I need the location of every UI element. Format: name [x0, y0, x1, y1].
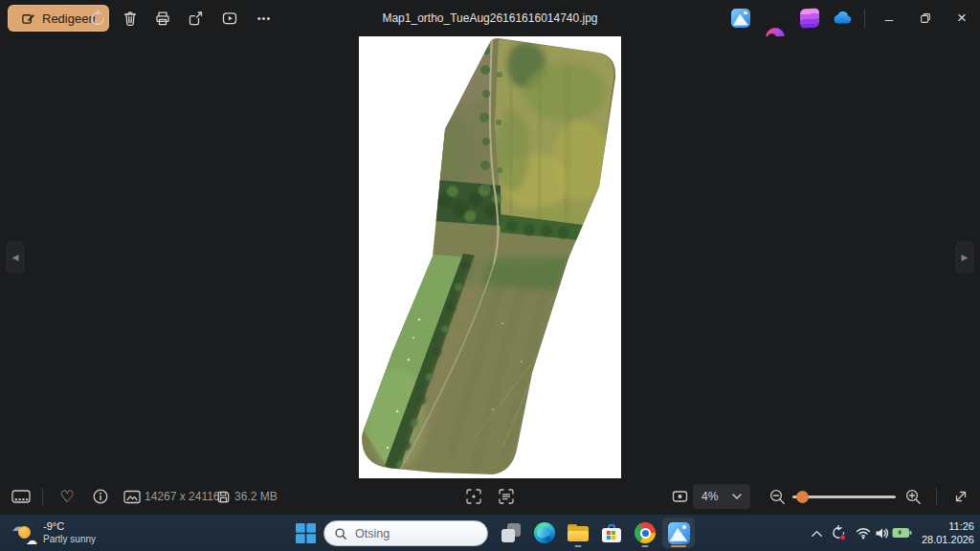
see-more-button[interactable]: •••	[249, 4, 279, 33]
file-explorer-icon	[568, 524, 589, 541]
image-dimensions-icon	[121, 483, 144, 510]
running-indicator	[642, 545, 649, 548]
image-dimensions-value: 14267 x 24116	[145, 490, 220, 503]
titlebar-divider	[864, 9, 865, 28]
print-icon	[154, 10, 171, 27]
fullscreen-icon	[952, 488, 969, 505]
weather-widget[interactable]: ☁ ☁ -9°C Partly sunny	[8, 518, 100, 548]
update-notification-button[interactable]	[827, 520, 850, 545]
photo-image[interactable]	[359, 36, 621, 478]
file-size-icon	[212, 483, 234, 510]
fit-to-window-icon	[671, 488, 689, 505]
battery-icon	[892, 527, 912, 539]
task-view-button[interactable]	[496, 518, 526, 548]
zoom-out-button[interactable]	[764, 483, 791, 510]
see-more-icon: •••	[257, 12, 272, 24]
wifi-button[interactable]	[853, 520, 874, 545]
share-button[interactable]	[180, 4, 211, 33]
microsoft-store-icon	[602, 524, 621, 542]
file-explorer-button[interactable]	[563, 518, 593, 548]
filmstrip-toggle-button[interactable]	[8, 483, 34, 510]
edit-image-icon	[21, 11, 35, 26]
visual-search-icon	[465, 488, 482, 505]
chevron-up-icon	[811, 528, 823, 539]
chevron-down-icon	[732, 493, 742, 500]
zoom-in-button[interactable]	[900, 483, 926, 510]
fullscreen-button[interactable]	[947, 483, 974, 510]
share-icon	[187, 10, 204, 27]
previous-image-button[interactable]: ◀	[6, 241, 25, 274]
update-notification-icon	[831, 525, 847, 541]
task-view-icon	[501, 522, 522, 543]
zoom-level-value: 4%	[702, 490, 718, 503]
fit-to-window-button[interactable]	[666, 483, 693, 510]
chrome-button[interactable]	[630, 518, 660, 548]
clipchamp-icon[interactable]	[800, 8, 819, 28]
delete-icon	[122, 10, 139, 27]
delete-button[interactable]	[115, 4, 145, 33]
running-indicator	[575, 545, 582, 548]
rotate-button[interactable]	[82, 4, 113, 33]
cloud-front-glyph: ☁	[26, 534, 37, 547]
next-image-button[interactable]: ▶	[955, 241, 974, 274]
onedrive-icon[interactable]	[832, 11, 851, 30]
clock-widget[interactable]: 11:26 28.01.2026	[922, 519, 974, 546]
zoom-slider-thumb[interactable]	[796, 491, 809, 503]
zoom-in-icon	[904, 488, 923, 506]
clock-time: 11:26	[922, 519, 974, 533]
weather-condition: Partly sunny	[43, 533, 96, 545]
restore-button[interactable]	[909, 0, 942, 36]
partly-sunny-icon: ☁ ☁	[11, 521, 36, 544]
filmstrip-icon	[11, 489, 31, 504]
search-icon	[334, 527, 347, 540]
titlebar: Redigeeri	[0, 0, 980, 36]
chevron-left-icon: ◀	[12, 253, 19, 262]
statusbar-divider	[42, 488, 43, 505]
edge-button[interactable]	[529, 518, 560, 548]
orthophoto-graphic	[359, 36, 621, 478]
search-input[interactable]	[355, 527, 470, 540]
photos-taskbar-button[interactable]	[662, 518, 695, 548]
slideshow-icon	[221, 10, 238, 27]
window-title: Map1_ortho_TueAug26161616014740.jpg	[382, 0, 597, 36]
hidden-icons-button[interactable]	[806, 520, 827, 545]
viewer-canvas: ◀ ▶	[0, 36, 980, 478]
info-button[interactable]	[86, 483, 115, 510]
zoom-slider[interactable]	[792, 484, 896, 509]
wifi-icon	[856, 526, 871, 540]
photos-icon[interactable]	[731, 9, 750, 28]
extract-text-button[interactable]	[492, 483, 521, 510]
visual-search-button[interactable]	[459, 483, 488, 510]
active-indicator	[671, 545, 686, 548]
windows-start-icon	[296, 523, 316, 543]
zoom-level-dropdown[interactable]: 4%	[693, 484, 750, 509]
photos-app-window: Redigeeri	[0, 0, 980, 551]
taskbar-search[interactable]	[323, 520, 488, 546]
heart-icon: ♡	[59, 489, 74, 505]
taskbar: ☁ ☁ -9°C Partly sunny	[0, 515, 980, 551]
status-bar: ♡ 14267 x 24116 36.2 MB	[0, 478, 980, 515]
chrome-icon	[635, 522, 656, 543]
weather-temperature: -9°C	[43, 520, 96, 533]
favorite-button[interactable]: ♡	[53, 483, 81, 510]
start-button[interactable]	[290, 518, 321, 548]
photos-icon	[668, 522, 690, 544]
statusbar-divider-2	[936, 488, 937, 505]
microsoft-store-button[interactable]	[596, 518, 627, 548]
sun-dot	[744, 11, 747, 15]
info-icon	[92, 488, 109, 505]
zoom-out-icon	[768, 488, 787, 506]
slideshow-button[interactable]	[214, 4, 245, 33]
volume-icon	[875, 526, 890, 540]
extract-text-icon	[498, 488, 515, 505]
mountain-shape	[733, 14, 748, 26]
close-button[interactable]: ×	[946, 0, 978, 36]
minimize-button[interactable]: –	[873, 0, 905, 36]
edge-icon	[534, 522, 555, 543]
restore-icon	[919, 11, 932, 25]
battery-button[interactable]	[889, 520, 914, 545]
chevron-right-icon: ▶	[962, 253, 969, 262]
print-button[interactable]	[147, 4, 178, 33]
clock-date: 28.01.2026	[922, 533, 974, 546]
file-size-value: 36.2 MB	[234, 490, 278, 503]
